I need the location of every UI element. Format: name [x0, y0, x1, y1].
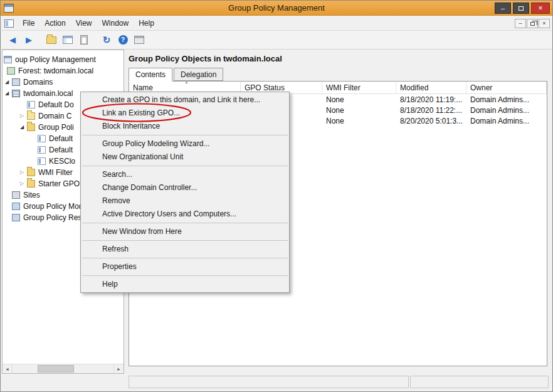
close-button[interactable]: × [531, 3, 550, 14]
mdi-close-icon: × [542, 21, 545, 26]
column-header-wmi-filter[interactable]: WMI Filter [322, 82, 396, 93]
column-header-owner[interactable]: Owner [466, 82, 547, 93]
column-header-modified[interactable]: Modified [396, 82, 466, 93]
console-window-icon [63, 36, 73, 44]
window-controls: – × [493, 3, 550, 14]
minimize-button[interactable]: – [495, 3, 511, 14]
forward-button[interactable] [21, 33, 36, 48]
clipboard-icon [80, 35, 88, 45]
back-arrow-icon [9, 35, 16, 45]
gpo-icon [27, 101, 35, 109]
gpo-icon [38, 146, 46, 154]
modeling-icon [12, 203, 20, 210]
menu-item-new-window-from-here[interactable]: New Window from Here [81, 225, 289, 238]
gpo-icon [38, 135, 46, 142]
menu-separator [82, 275, 288, 276]
context-menu: Create a GPO in this domain, and Link it… [80, 92, 290, 293]
expand-arrow-icon[interactable] [5, 80, 12, 85]
maximize-icon [519, 6, 524, 11]
help-icon [118, 35, 128, 45]
menu-item-block-inheritance[interactable]: Block Inheritance [81, 120, 289, 133]
scroll-right-icon[interactable] [113, 364, 124, 373]
forward-arrow-icon [26, 35, 32, 45]
mdi-close-button[interactable]: × [539, 19, 550, 28]
menu-help[interactable]: Help [134, 17, 159, 29]
mdi-minimize-button[interactable]: – [515, 19, 526, 28]
menu-item-ad-users-and-computers[interactable]: Active Directory Users and Computers... [81, 208, 289, 221]
menu-separator [82, 166, 288, 166]
menu-item-help[interactable]: Help [81, 278, 289, 291]
toolbar [1, 31, 552, 50]
window-title: Group Policy Management [1, 3, 552, 13]
refresh-button[interactable] [99, 33, 114, 48]
forest-icon [7, 67, 15, 75]
show-console-tree-button[interactable] [60, 33, 75, 48]
menu-item-refresh[interactable]: Refresh [81, 243, 289, 256]
back-button[interactable] [5, 33, 20, 48]
folder-icon [27, 169, 35, 176]
console-document-icon [4, 19, 14, 28]
scroll-left-icon[interactable] [3, 364, 13, 373]
menu-file[interactable]: File [18, 17, 40, 29]
gpo-icon [38, 157, 46, 165]
menu-item-change-domain-controller[interactable]: Change Domain Controller... [81, 181, 289, 194]
maximize-button[interactable] [513, 3, 529, 14]
tab-delegation[interactable]: Delegation [174, 68, 223, 81]
minimize-icon: – [501, 5, 505, 12]
expand-arrow-icon[interactable] [20, 170, 27, 175]
gpmc-window: Group Policy Management – × File Action … [0, 0, 553, 392]
mdi-window-controls: – × [514, 19, 550, 28]
tab-strip: Contents Delegation [129, 68, 224, 82]
tree-horizontal-scrollbar[interactable] [3, 364, 124, 373]
status-bar [1, 374, 552, 391]
menu-separator [82, 258, 288, 258]
menu-bar: File Action View Window Help – × [1, 16, 552, 31]
menu-window[interactable]: Window [97, 17, 134, 29]
folder-icon [27, 124, 35, 131]
organizational-unit-icon [27, 112, 35, 120]
tree-item-domains[interactable]: Domains [3, 77, 124, 88]
mdi-restore-button[interactable] [527, 19, 538, 28]
title-bar: Group Policy Management – × [1, 1, 552, 16]
new-window-icon [134, 36, 144, 44]
status-section-left [129, 376, 409, 388]
folder-icon [46, 36, 56, 44]
page-title: Group Policy Objects in twdomain.local [129, 54, 282, 63]
expand-arrow-icon[interactable] [20, 181, 27, 186]
refresh-icon [103, 34, 111, 46]
domain-icon [12, 90, 20, 97]
menu-view[interactable]: View [71, 17, 97, 29]
mdi-restore-icon [530, 22, 535, 26]
menu-item-properties[interactable]: Properties [81, 260, 289, 273]
expand-arrow-icon[interactable] [20, 114, 27, 119]
menu-item-new-organizational-unit[interactable]: New Organizational Unit [81, 151, 289, 164]
expand-arrow-icon[interactable] [5, 91, 12, 96]
scrollbar-thumb[interactable] [38, 365, 74, 373]
new-window-button[interactable] [132, 33, 147, 48]
menu-item-search[interactable]: Search... [81, 168, 289, 181]
folder-icon [27, 180, 35, 188]
domains-icon [12, 78, 20, 86]
menu-item-gp-modeling-wizard[interactable]: Group Policy Modeling Wizard... [81, 137, 289, 151]
tree-item-root[interactable]: oup Policy Management [3, 54, 124, 65]
menu-separator [82, 135, 288, 135]
status-section-right [410, 376, 549, 388]
up-level-button[interactable] [44, 33, 59, 48]
close-icon: × [538, 4, 542, 12]
menu-separator [82, 240, 288, 241]
help-button[interactable] [115, 33, 130, 48]
menu-action[interactable]: Action [40, 17, 70, 29]
mdi-minimize-icon: – [519, 21, 522, 26]
menu-item-create-gpo-and-link[interactable]: Create a GPO in this domain, and Link it… [81, 93, 289, 107]
expand-arrow-icon[interactable] [20, 125, 27, 130]
tab-contents[interactable]: Contents [129, 68, 172, 82]
menu-item-link-existing-gpo[interactable]: Link an Existing GPO... [81, 107, 289, 120]
menu-separator [82, 223, 288, 223]
console-icon [4, 56, 12, 63]
sites-icon [12, 191, 20, 199]
results-icon [12, 214, 20, 221]
export-list-button[interactable] [76, 33, 92, 48]
tree-item-forest[interactable]: Forest: twdomain.local [3, 65, 124, 77]
menu-item-remove[interactable]: Remove [81, 194, 289, 208]
